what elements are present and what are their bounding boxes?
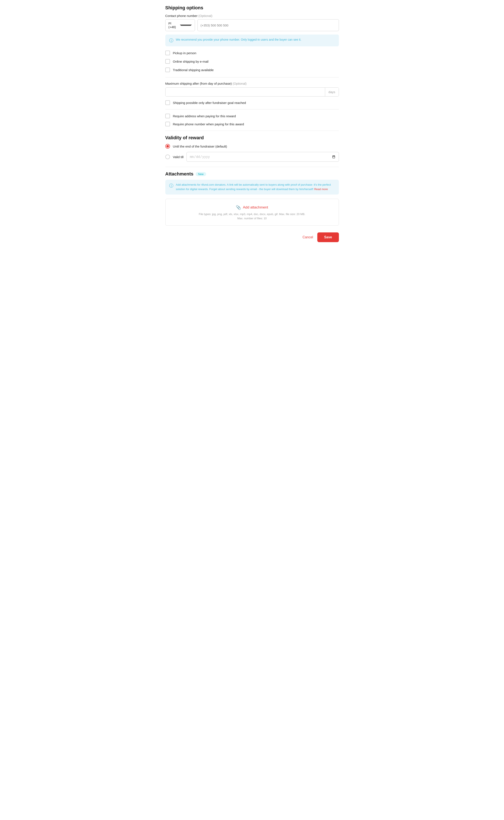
info-icon: ⓘ <box>169 38 173 43</box>
traditional-shipping-checkbox[interactable] <box>165 68 170 72</box>
valid-till-date-input[interactable] <box>186 152 339 162</box>
pickup-row[interactable]: Pickup in person <box>165 51 339 55</box>
radio-dot <box>166 145 169 148</box>
validity-default-label: Until the end of the fundraiser (default… <box>173 145 227 148</box>
shipping-options-group: Pickup in person Online shipping by e-ma… <box>165 51 339 72</box>
days-input[interactable] <box>166 88 325 96</box>
require-phone-row[interactable]: Require phone number when paying for thi… <box>165 122 339 126</box>
phone-label: Contact phone number (Optional) <box>165 14 339 18</box>
validity-default-radio[interactable] <box>165 144 170 149</box>
phone-row: Pl (+48) <box>165 19 339 31</box>
email-shipping-row[interactable]: Online shipping by e-mail <box>165 59 339 64</box>
validity-default-row[interactable]: Until the end of the fundraiser (default… <box>165 144 339 149</box>
valid-till-label: Valid till <box>173 155 184 159</box>
require-phone-checkbox[interactable] <box>165 122 170 126</box>
attachments-section: Attachments New ⓘ Add attachments for 4f… <box>165 171 339 226</box>
valid-till-row: Valid till <box>165 152 339 162</box>
chevron-down-icon <box>180 25 192 26</box>
shipping-goal-checkbox[interactable] <box>165 100 170 105</box>
valid-till-radio[interactable] <box>165 155 170 159</box>
days-input-wrapper: days <box>165 87 339 97</box>
shipping-title: Shipping options <box>165 5 339 11</box>
require-address-checkbox[interactable] <box>165 114 170 118</box>
days-suffix: days <box>325 88 339 96</box>
paperclip-icon: 📎 <box>236 205 241 210</box>
pickup-label: Pickup in person <box>173 51 196 55</box>
max-shipping-label: Maximum shipping after (from day of purc… <box>165 82 339 85</box>
divider-4 <box>165 167 339 167</box>
shipping-goal-label: Shipping possible only after fundraiser … <box>173 101 246 105</box>
phone-info-box: ⓘ We recommend you provide your phone nu… <box>165 35 339 46</box>
pickup-checkbox[interactable] <box>165 51 170 55</box>
new-badge: New <box>196 172 206 176</box>
add-attachment-box: 📎 Add attachment File types: jpg, png, p… <box>165 199 339 226</box>
shipping-goal-row[interactable]: Shipping possible only after fundraiser … <box>165 100 339 105</box>
footer-buttons: Cancel Save <box>165 232 339 242</box>
shipping-section: Shipping options Contact phone number (O… <box>165 5 339 131</box>
email-shipping-checkbox[interactable] <box>165 59 170 64</box>
attachment-info-text: Add attachments for 4fund.com donators. … <box>176 183 335 192</box>
attachments-title: Attachments <box>165 171 193 177</box>
add-attachment-button[interactable]: 📎 Add attachment <box>236 205 268 210</box>
validity-section: Validity of reward Until the end of the … <box>165 135 339 167</box>
email-shipping-label: Online shipping by e-mail <box>173 60 209 63</box>
validity-title: Validity of reward <box>165 135 339 141</box>
require-address-row[interactable]: Require address when paying for this rew… <box>165 114 339 118</box>
read-more-link[interactable]: Read more <box>314 188 328 191</box>
traditional-shipping-row[interactable]: Traditional shipping available <box>165 68 339 72</box>
info-circle-icon: ⓘ <box>169 183 173 189</box>
attachment-info-box: ⓘ Add attachments for 4fund.com donators… <box>165 180 339 195</box>
file-types-text: File types: jpg, png, pdf, xls, xlsx, mp… <box>170 212 334 221</box>
require-phone-label: Require phone number when paying for thi… <box>173 122 244 126</box>
require-address-label: Require address when paying for this rew… <box>173 114 236 118</box>
traditional-shipping-label: Traditional shipping available <box>173 68 214 72</box>
phone-number-input[interactable] <box>197 19 339 31</box>
phone-info-text: We recommend you provide your phone numb… <box>176 37 301 42</box>
cancel-button[interactable]: Cancel <box>302 235 313 239</box>
save-button[interactable]: Save <box>317 232 339 242</box>
attachments-header: Attachments New <box>165 171 339 177</box>
country-code-select[interactable]: Pl (+48) <box>165 19 195 31</box>
